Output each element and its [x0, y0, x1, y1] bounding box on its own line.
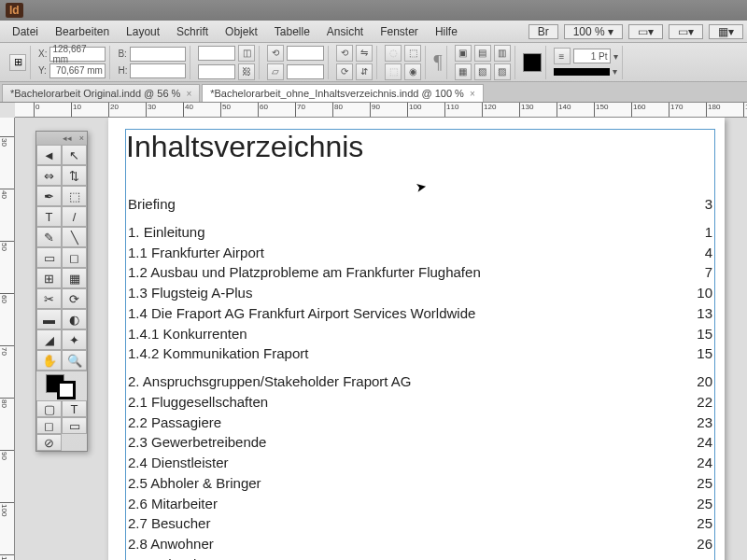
toc-entry[interactable]: 1.2 Ausbau und Platzprobleme am Frankfur… — [126, 262, 714, 283]
menu-objekt[interactable]: Objekt — [217, 25, 266, 38]
tool-button[interactable]: ◢ — [36, 329, 62, 350]
toc-entry[interactable]: 2.5 Abholer & Bringer25 — [126, 473, 714, 494]
menu-fenster[interactable]: Fenster — [372, 25, 427, 38]
tool-button[interactable]: ↖ — [62, 145, 87, 165]
wrap-icon-2[interactable]: ▤ — [474, 45, 491, 62]
tool-button[interactable]: ✂ — [36, 288, 62, 309]
rotate-cw-icon[interactable]: ⟳ — [336, 63, 353, 80]
toc-entry[interactable]: 2.9 Behörden26 — [126, 554, 714, 560]
tool-button[interactable]: T — [36, 206, 62, 227]
w-field[interactable] — [130, 47, 186, 62]
tool-mode-button[interactable]: T — [62, 400, 87, 417]
tool-button[interactable]: ◐ — [62, 309, 87, 329]
menu-datei[interactable]: Datei — [4, 25, 47, 38]
wrap-icon-3[interactable]: ▥ — [494, 45, 511, 62]
shear-field[interactable] — [287, 64, 324, 79]
shear-icon[interactable]: ▱ — [267, 63, 284, 80]
flip-v-icon[interactable]: ⇵ — [356, 63, 373, 80]
vertical-ruler[interactable]: 30405060708090100110 — [0, 118, 15, 560]
y-field[interactable]: 70,667 mm — [49, 63, 106, 78]
toc-entry[interactable]: 1.1 Frankfurter Airport4 — [126, 243, 714, 263]
tool-mode-button[interactable]: ⊘ — [36, 434, 62, 451]
stroke-style-preview[interactable] — [554, 68, 610, 76]
menu-ansicht[interactable]: Ansicht — [318, 25, 372, 38]
tool-button[interactable]: 🔍 — [62, 350, 87, 371]
scale-x-field[interactable] — [198, 46, 235, 61]
view-mode-button[interactable]: ▭▾ — [628, 24, 663, 39]
wrap-icon-4[interactable]: ▦ — [455, 63, 472, 80]
arrange-button[interactable]: ▦▾ — [709, 24, 743, 39]
toc-entry[interactable]: 1. Einleitung1 — [126, 222, 714, 243]
tool-button[interactable]: ✎ — [36, 227, 62, 247]
toc-entry[interactable]: 2.6 Mitarbeiter25 — [126, 494, 714, 514]
panel-header[interactable]: ◂◂ × — [36, 132, 87, 145]
toc-entry[interactable]: 1.4 Die Fraport AG Frankfurt Airport Ser… — [126, 303, 714, 324]
link-icon[interactable]: ⛓ — [238, 63, 255, 80]
tool-button[interactable]: ◻ — [62, 247, 87, 268]
reference-point-icon[interactable]: ⊞ — [9, 54, 26, 71]
toc-entry[interactable]: 2.4 Dienstleister24 — [126, 453, 714, 473]
tool-button[interactable]: ▭ — [36, 247, 62, 268]
menu-tabelle[interactable]: Tabelle — [266, 25, 318, 38]
scale-icon[interactable]: ◫ — [238, 45, 255, 62]
menu-hilfe[interactable]: Hilfe — [427, 25, 466, 38]
stroke-style-dropdown-icon[interactable]: ▾ — [613, 66, 617, 77]
tool-button[interactable]: ✦ — [62, 329, 87, 350]
tool-button[interactable]: ▬ — [36, 309, 62, 329]
rotate-field[interactable] — [287, 46, 324, 61]
toc-entry[interactable]: 1.3 Flugsteig A-Plus10 — [126, 283, 714, 303]
select-container-icon[interactable]: ⬚ — [404, 45, 421, 62]
stroke-weight-field[interactable]: 1 Pt — [573, 49, 611, 63]
stroke-dropdown-icon[interactable]: ▾ — [613, 51, 618, 62]
tool-mode-button[interactable]: ◻ — [36, 417, 62, 434]
paragraph-icon[interactable]: ¶ — [433, 51, 442, 73]
tool-mode-button[interactable]: ▢ — [36, 400, 62, 417]
tool-button[interactable]: ⇅ — [62, 165, 87, 186]
close-icon[interactable]: × — [186, 89, 191, 99]
scale-y-field[interactable] — [198, 64, 235, 79]
tool-button[interactable]: ▦ — [62, 268, 87, 288]
color-swatches[interactable] — [36, 371, 87, 400]
tool-button[interactable]: ╲ — [62, 227, 87, 247]
tool-button[interactable]: ⇔ — [36, 165, 62, 186]
wrap-icon-5[interactable]: ▧ — [474, 63, 491, 80]
tool-button[interactable]: ✒ — [36, 186, 62, 206]
rotate-icon[interactable]: ⟲ — [267, 45, 284, 62]
zoom-dropdown[interactable]: 100 % ▾ — [564, 24, 623, 39]
menu-layout[interactable]: Layout — [118, 25, 168, 38]
wrap-icon-6[interactable]: ▨ — [494, 63, 511, 80]
close-icon[interactable]: × — [470, 89, 475, 99]
horizontal-ruler[interactable]: -100102030405060708090100110120130140150… — [15, 103, 747, 118]
x-field[interactable]: 128,667 mm — [49, 47, 106, 62]
dotted-circle-icon[interactable]: ◌ — [385, 45, 402, 62]
rotate-ccw-icon[interactable]: ⟲ — [336, 45, 353, 62]
toc-entry[interactable]: 1.4.2 Kommunikation Fraport15 — [126, 343, 714, 364]
tool-mode-button[interactable]: ▭ — [62, 417, 87, 434]
toc-entry[interactable]: Briefing3 — [126, 194, 714, 215]
tool-button[interactable]: / — [62, 206, 87, 227]
toc-entry[interactable]: 1.4.1 Konkurrenten15 — [126, 324, 714, 344]
toc-title[interactable]: Inhaltsverzeichnis — [126, 130, 714, 187]
tool-button[interactable]: ⟳ — [62, 288, 87, 309]
screen-mode-button[interactable]: ▭▾ — [669, 24, 703, 39]
dotted-rect-icon[interactable]: ⬚ — [385, 63, 402, 80]
wrap-icon-1[interactable]: ▣ — [455, 45, 472, 62]
tool-button[interactable]: ⬚ — [62, 186, 87, 206]
toc-entry[interactable]: 2.8 Anwohner26 — [126, 534, 714, 554]
toc-entry[interactable]: 2.3 Gewerbetreibende24 — [126, 432, 714, 453]
tool-button[interactable]: ◄ — [36, 145, 62, 165]
flip-h-icon[interactable]: ⇋ — [356, 45, 373, 62]
select-content-icon[interactable]: ◉ — [404, 63, 421, 80]
tool-button[interactable]: ⊞ — [36, 268, 62, 288]
bridge-button[interactable]: Br — [529, 24, 558, 39]
document-tab[interactable]: *Bachelorarbeit_ohne_Inhaltsverzeichnis.… — [202, 84, 484, 102]
menu-bearbeiten[interactable]: Bearbeiten — [47, 25, 118, 38]
toc-entry[interactable]: 2.7 Besucher25 — [126, 513, 714, 534]
stroke-color-swatch[interactable] — [57, 381, 76, 399]
toc-entry[interactable]: 2.1 Fluggesellschaften22 — [126, 392, 714, 413]
menu-schrift[interactable]: Schrift — [168, 25, 217, 38]
toc-entry[interactable]: 2. Anspruchsgruppen/Stakeholder Fraport … — [126, 371, 714, 392]
document-tab[interactable]: *Bachelorarbeit Original.indd @ 56 %× — [2, 84, 200, 102]
h-field[interactable] — [130, 63, 186, 78]
tool-button[interactable]: ✋ — [36, 350, 62, 371]
